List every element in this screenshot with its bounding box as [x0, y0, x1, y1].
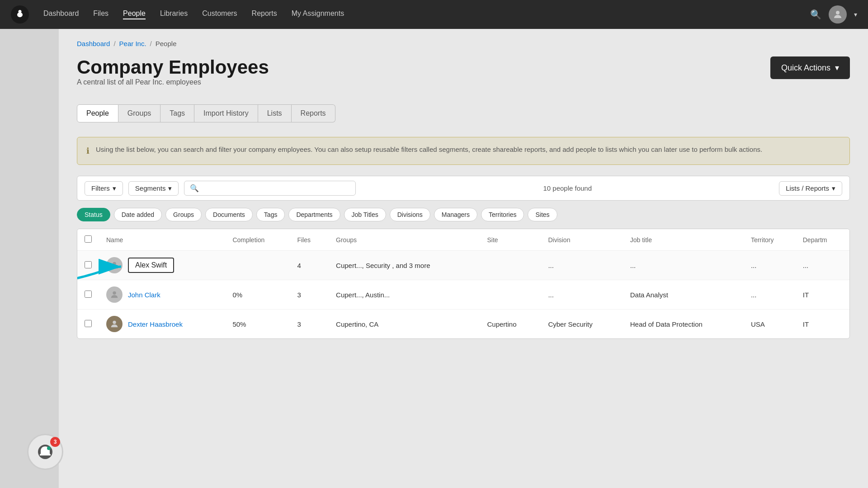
breadcrumb: Dashboard / Pear Inc. / People	[77, 40, 850, 47]
page-title: Company Employees	[77, 56, 269, 78]
site-alex	[480, 251, 541, 280]
chip-date-added[interactable]: Date added	[114, 208, 162, 221]
breadcrumb-people: People	[156, 40, 177, 47]
search-icon[interactable]: 🔍	[810, 9, 821, 20]
files-alex: 4	[290, 251, 329, 280]
svg-point-3	[113, 291, 116, 295]
tab-people[interactable]: People	[77, 104, 118, 122]
notification-icon	[37, 444, 53, 460]
tab-reports[interactable]: Reports	[292, 104, 335, 122]
people-table: Name Completion Files Groups Site Divisi…	[77, 229, 850, 339]
select-all-checkbox[interactable]	[85, 235, 92, 243]
job-title-john: Data Analyst	[623, 280, 744, 310]
groups-john: Cupert..., Austin...	[329, 280, 480, 310]
notification-badge: 3	[50, 437, 60, 447]
table-row: John Clark 0% 3 Cupert..., Austin... ...…	[77, 280, 849, 310]
breadcrumb-sep-2: /	[150, 40, 152, 47]
segments-chevron: ▾	[168, 184, 172, 192]
alex-swift-callout[interactable]: Alex Swift	[128, 258, 174, 273]
quick-actions-label: Quick Actions	[781, 63, 830, 73]
tab-import-history[interactable]: Import History	[194, 104, 258, 122]
floating-notification[interactable]: 3	[27, 434, 63, 470]
app-logo[interactable]	[11, 5, 29, 23]
chip-documents[interactable]: Documents	[205, 208, 253, 221]
nav-customers[interactable]: Customers	[202, 9, 237, 19]
col-files: Files	[290, 229, 329, 251]
row-checkbox-john[interactable]	[85, 291, 92, 298]
segments-button[interactable]: Segments ▾	[128, 181, 179, 196]
department-john: IT	[796, 280, 849, 310]
breadcrumb-company[interactable]: Pear Inc.	[119, 40, 146, 47]
job-title-dexter: Head of Data Protection	[623, 310, 744, 339]
breadcrumb-dashboard[interactable]: Dashboard	[77, 40, 110, 47]
chip-divisions[interactable]: Divisions	[390, 208, 430, 221]
tab-groups[interactable]: Groups	[118, 104, 160, 122]
search-box: 🔍	[184, 181, 356, 196]
user-avatar[interactable]	[829, 5, 847, 23]
job-title-alex: ...	[623, 251, 744, 280]
nav-links: Dashboard Files People Libraries Custome…	[43, 9, 796, 19]
chip-tags[interactable]: Tags	[256, 208, 285, 221]
breadcrumb-sep-1: /	[113, 40, 115, 47]
groups-dexter: Cupertino, CA	[329, 310, 480, 339]
chip-status[interactable]: Status	[77, 208, 110, 221]
division-dexter: Cyber Security	[541, 310, 623, 339]
col-completion: Completion	[225, 229, 290, 251]
search-input[interactable]	[203, 184, 350, 192]
name-john[interactable]: John Clark	[128, 291, 160, 299]
nav-my-assignments[interactable]: My Assignments	[292, 9, 344, 19]
svg-point-1	[113, 262, 116, 265]
tabs: People Groups Tags Import History Lists …	[77, 104, 850, 122]
filters-label: Filters	[91, 184, 110, 192]
row-checkbox-dexter[interactable]	[85, 320, 92, 327]
info-banner: ℹ Using the list below, you can search a…	[77, 137, 850, 165]
segments-label: Segments	[135, 184, 166, 192]
page-header: Company Employees A central list of all …	[77, 56, 850, 101]
toolbar: Filters ▾ Segments ▾ 🔍 10 people found L…	[77, 176, 850, 201]
col-name: Name	[99, 229, 225, 251]
filters-button[interactable]: Filters ▾	[85, 181, 123, 196]
territory-john: ...	[744, 280, 796, 310]
department-alex: ...	[796, 251, 849, 280]
person-cell-dexter: Dexter Haasbroek	[99, 310, 225, 339]
info-banner-text: Using the list below, you can search and…	[96, 145, 762, 155]
nav-libraries[interactable]: Libraries	[160, 9, 188, 19]
table-row: Alex Swift	[77, 251, 849, 280]
nav-dashboard[interactable]: Dashboard	[43, 9, 79, 19]
sidebar-strip	[0, 29, 59, 488]
chip-sites[interactable]: Sites	[528, 208, 557, 221]
content-area: Dashboard / Pear Inc. / People Company E…	[59, 29, 868, 488]
chip-job-titles[interactable]: Job Titles	[344, 208, 386, 221]
col-division: Division	[541, 229, 623, 251]
chip-groups[interactable]: Groups	[165, 208, 202, 221]
division-john: ...	[541, 280, 623, 310]
row-checkbox-alex[interactable]	[85, 261, 92, 268]
chip-departments[interactable]: Departments	[288, 208, 340, 221]
navigation: Dashboard Files People Libraries Custome…	[0, 0, 868, 29]
user-menu-chevron[interactable]: ▾	[854, 11, 857, 18]
name-dexter[interactable]: Dexter Haasbroek	[128, 320, 183, 328]
avatar-dexter	[106, 316, 123, 332]
filter-chips: Status Date added Groups Documents Tags …	[77, 208, 850, 221]
people-count: 10 people found	[361, 184, 774, 192]
completion-john: 0%	[225, 280, 290, 310]
department-dexter: IT	[796, 310, 849, 339]
nav-people[interactable]: People	[123, 9, 146, 19]
search-icon: 🔍	[190, 184, 199, 192]
lists-reports-button[interactable]: Lists / Reports ▾	[779, 181, 842, 196]
chip-territories[interactable]: Territories	[481, 208, 524, 221]
nav-reports[interactable]: Reports	[252, 9, 277, 19]
tab-tags[interactable]: Tags	[160, 104, 194, 122]
main-container: Dashboard / Pear Inc. / People Company E…	[0, 29, 868, 488]
col-groups: Groups	[329, 229, 480, 251]
nav-files[interactable]: Files	[93, 9, 108, 19]
person-cell-alex: Alex Swift	[99, 251, 225, 280]
quick-actions-button[interactable]: Quick Actions ▾	[770, 56, 850, 79]
chip-managers[interactable]: Managers	[434, 208, 477, 221]
person-cell-john: John Clark	[99, 280, 225, 310]
completion-dexter: 50%	[225, 310, 290, 339]
territory-dexter: USA	[744, 310, 796, 339]
files-dexter: 3	[290, 310, 329, 339]
tab-lists[interactable]: Lists	[258, 104, 292, 122]
page-subtitle: A central list of all Pear Inc. employee…	[77, 78, 269, 86]
